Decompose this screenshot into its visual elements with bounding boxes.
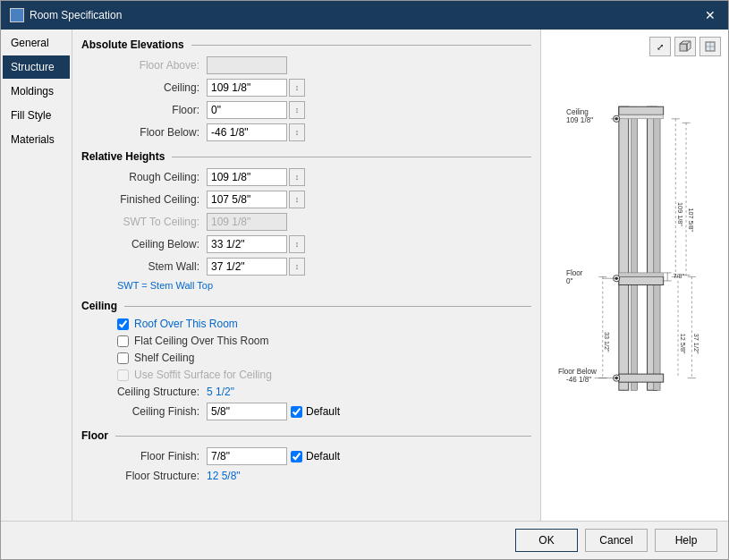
floor-input[interactable] bbox=[207, 101, 287, 119]
rough-ceiling-input[interactable] bbox=[207, 168, 287, 186]
use-soffit-label: Use Soffit Surface for Ceiling bbox=[134, 369, 272, 381]
ok-button[interactable]: OK bbox=[515, 529, 578, 552]
ceiling-finish-input[interactable] bbox=[207, 403, 287, 420]
stem-wall-row: Stem Wall: ↕ bbox=[81, 258, 531, 276]
ceiling-structure-row: Ceiling Structure: 5 1/2" bbox=[81, 386, 531, 398]
floor-section: Floor Floor Finish: Default Flo bbox=[81, 429, 531, 482]
flat-ceiling-checkbox[interactable] bbox=[117, 335, 129, 347]
finished-ceiling-label: Finished Ceiling: bbox=[99, 193, 207, 206]
ceiling-below-input[interactable] bbox=[207, 235, 287, 253]
preview-toolbar: ⤢ bbox=[646, 33, 725, 60]
ceiling-structure-label: Ceiling Structure: bbox=[99, 386, 207, 398]
finished-ceiling-input[interactable] bbox=[207, 191, 287, 208]
rough-ceiling-spin[interactable]: ↕ bbox=[289, 168, 305, 186]
floor-finish-default-label: Default bbox=[306, 450, 340, 462]
sidebar-item-materials[interactable]: Materials bbox=[3, 128, 70, 151]
ceiling-below-label: Ceiling Below: bbox=[99, 238, 207, 250]
svg-rect-0 bbox=[680, 44, 687, 51]
ceiling-finish-default-checkbox[interactable] bbox=[291, 406, 302, 418]
ceiling-input[interactable] bbox=[207, 79, 287, 97]
preview-fit-btn[interactable]: ⤢ bbox=[649, 37, 671, 56]
close-button[interactable]: ✕ bbox=[701, 6, 719, 24]
finished-ceiling-spin[interactable]: ↕ bbox=[289, 191, 305, 208]
preview-plan-btn[interactable] bbox=[699, 37, 721, 56]
svg-text:109 1/8": 109 1/8" bbox=[566, 116, 593, 124]
roof-over-label[interactable]: Roof Over This Room bbox=[134, 318, 238, 330]
preview-canvas: Ceiling 109 1/8" Floor 0" Floor Below -4… bbox=[545, 60, 725, 517]
sidebar-item-moldings[interactable]: Moldings bbox=[3, 80, 70, 103]
svg-rect-12 bbox=[618, 106, 663, 115]
sidebar-item-general[interactable]: General bbox=[3, 31, 70, 55]
ceiling-spin[interactable]: ↕ bbox=[289, 79, 305, 97]
floor-below-input[interactable] bbox=[207, 123, 287, 141]
shelf-ceiling-row: Shelf Ceiling bbox=[81, 352, 531, 364]
ceiling-finish-default-label: Default bbox=[306, 405, 340, 418]
absolute-elevations-section: Absolute Elevations Floor Above: Ceiling… bbox=[81, 38, 531, 141]
svg-text:33 1/2": 33 1/2" bbox=[603, 332, 611, 352]
main-content: Absolute Elevations Floor Above: Ceiling… bbox=[72, 30, 540, 521]
use-soffit-checkbox bbox=[117, 369, 129, 381]
ceiling-section-title: Ceiling bbox=[81, 300, 117, 312]
floor-finish-row: Floor Finish: Default bbox=[81, 447, 531, 465]
ceiling-structure-value: 5 1/2" bbox=[207, 386, 234, 398]
svg-text:37 1/2": 37 1/2" bbox=[692, 333, 700, 353]
absolute-elevations-title: Absolute Elevations bbox=[81, 38, 184, 51]
rough-ceiling-label: Rough Ceiling: bbox=[99, 171, 207, 183]
svg-rect-9 bbox=[631, 106, 637, 390]
flat-ceiling-label: Flat Ceiling Over This Room bbox=[134, 335, 269, 347]
rough-ceiling-row: Rough Ceiling: ↕ bbox=[81, 168, 531, 186]
stem-wall-label: Stem Wall: bbox=[99, 260, 207, 273]
floor-spin[interactable]: ↕ bbox=[289, 101, 305, 119]
svg-rect-13 bbox=[618, 115, 663, 119]
svg-rect-15 bbox=[618, 272, 663, 276]
ceiling-label: Ceiling: bbox=[99, 81, 207, 94]
floor-structure-row: Floor Structure: 12 5/8" bbox=[81, 470, 531, 482]
swt-ceiling-input bbox=[207, 213, 287, 231]
ceiling-finish-row: Ceiling Finish: Default bbox=[81, 403, 531, 420]
svg-text:12 5/8": 12 5/8" bbox=[678, 333, 686, 353]
preview-panel: ⤢ bbox=[540, 30, 728, 521]
floor-structure-value: 12 5/8" bbox=[207, 470, 241, 482]
sidebar: General Structure Moldings Fill Style Ma… bbox=[1, 30, 72, 521]
floor-below-label: Floor Below: bbox=[99, 126, 207, 139]
shelf-ceiling-checkbox[interactable] bbox=[117, 352, 129, 364]
dialog-footer: OK Cancel Help bbox=[1, 521, 728, 559]
floor-finish-label: Floor Finish: bbox=[99, 450, 207, 462]
flat-ceiling-row: Flat Ceiling Over This Room bbox=[81, 335, 531, 347]
floor-below-spin[interactable]: ↕ bbox=[289, 123, 305, 141]
swt-note: SWT = Stem Wall Top bbox=[81, 280, 531, 291]
floor-finish-default-checkbox[interactable] bbox=[291, 451, 302, 462]
dialog-icon bbox=[10, 8, 24, 22]
cancel-button[interactable]: Cancel bbox=[585, 529, 648, 552]
help-button[interactable]: Help bbox=[655, 529, 717, 552]
preview-3d-btn[interactable] bbox=[674, 37, 696, 56]
floor-above-label: Floor Above: bbox=[99, 59, 207, 72]
svg-text:7/8": 7/8" bbox=[673, 272, 684, 280]
ceiling-below-row: Ceiling Below: ↕ bbox=[81, 235, 531, 253]
stem-wall-input[interactable] bbox=[207, 258, 287, 276]
svg-rect-14 bbox=[618, 276, 663, 284]
swt-ceiling-label: SWT To Ceiling: bbox=[99, 216, 207, 228]
ceiling-finish-label: Ceiling Finish: bbox=[99, 405, 207, 418]
sidebar-item-fill-style[interactable]: Fill Style bbox=[3, 104, 70, 127]
title-bar: Room Specification ✕ bbox=[1, 1, 728, 30]
floor-above-input bbox=[207, 56, 287, 74]
floor-section-title: Floor bbox=[81, 429, 108, 442]
ceiling-row: Ceiling: ↕ bbox=[81, 79, 531, 97]
use-soffit-row: Use Soffit Surface for Ceiling bbox=[81, 369, 531, 381]
floor-below-row: Floor Below: ↕ bbox=[81, 123, 531, 141]
ceiling-below-spin[interactable]: ↕ bbox=[289, 235, 305, 253]
floor-finish-input[interactable] bbox=[207, 447, 287, 465]
floor-structure-label: Floor Structure: bbox=[99, 470, 207, 482]
svg-text:-46 1/8": -46 1/8" bbox=[566, 376, 591, 384]
sidebar-item-structure[interactable]: Structure bbox=[3, 55, 70, 79]
stem-wall-spin[interactable]: ↕ bbox=[289, 258, 305, 276]
svg-text:0": 0" bbox=[566, 276, 573, 284]
relative-heights-section: Relative Heights Rough Ceiling: ↕ Finish… bbox=[81, 150, 531, 291]
ceiling-section: Ceiling Roof Over This Room Flat Ceiling… bbox=[81, 300, 531, 420]
svg-rect-8 bbox=[618, 106, 628, 390]
floor-row: Floor: ↕ bbox=[81, 101, 531, 119]
relative-heights-title: Relative Heights bbox=[81, 150, 165, 163]
roof-over-checkbox[interactable] bbox=[117, 318, 129, 330]
floor-above-row: Floor Above: bbox=[81, 56, 531, 74]
